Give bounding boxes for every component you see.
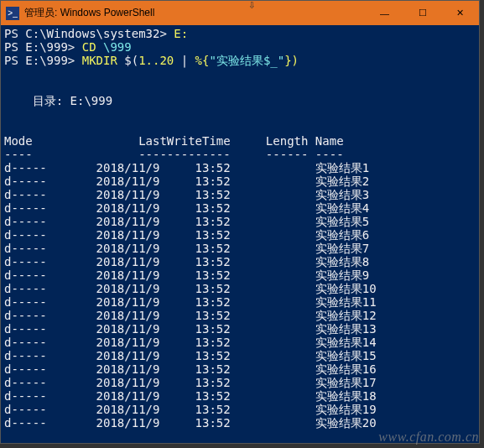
table-row: d----- 2018/11/9 13:52 实验结果2 (4, 175, 476, 188)
table-row: d----- 2018/11/9 13:52 实验结果17 (4, 376, 476, 389)
maximize-button[interactable]: ☐ (403, 1, 441, 25)
watermark-text: www.cfan.com.cn (378, 430, 479, 445)
table-row: d----- 2018/11/9 13:52 实验结果3 (4, 188, 476, 201)
cursor-arrow-icon: ⇩ (248, 0, 255, 11)
powershell-icon: >_ (6, 7, 19, 20)
minimize-button[interactable]: — (366, 1, 403, 25)
table-row: d----- 2018/11/9 13:52 实验结果16 (4, 362, 476, 376)
table-row: d----- 2018/11/9 13:52 实验结果12 (4, 309, 476, 322)
terminal-line: PS E:\999> CD \999 (4, 40, 476, 54)
table-underline: ---- ------------- ------ ---- (4, 148, 476, 161)
powershell-window: >_ 管理员: Windows PowerShell — ☐ ✕ PS C:\W… (0, 0, 480, 444)
table-row: d----- 2018/11/9 13:52 实验结果18 (4, 389, 476, 403)
table-row: d----- 2018/11/9 13:52 实验结果1 (4, 161, 476, 175)
terminal-line: PS E:\999> MKDIR $(1..20 | %{"实验结果$_"}) (4, 54, 476, 67)
table-row: d----- 2018/11/9 13:52 实验结果5 (4, 215, 476, 228)
table-row: d----- 2018/11/9 13:52 实验结果4 (4, 201, 476, 215)
terminal-area[interactable]: PS C:\Windows\system32> E:PS E:\999> CD … (1, 25, 479, 443)
table-row: d----- 2018/11/9 13:52 实验结果13 (4, 322, 476, 336)
terminal-line: PS C:\Windows\system32> E: (4, 27, 476, 40)
table-row: d----- 2018/11/9 13:52 实验结果7 (4, 242, 476, 255)
table-row: d----- 2018/11/9 13:52 实验结果9 (4, 268, 476, 282)
table-row: d----- 2018/11/9 13:52 实验结果15 (4, 349, 476, 362)
table-row: d----- 2018/11/9 13:52 实验结果20 (4, 416, 476, 430)
table-row: d----- 2018/11/9 13:52 实验结果8 (4, 255, 476, 268)
window-controls: — ☐ ✕ (366, 1, 479, 25)
table-row: d----- 2018/11/9 13:52 实验结果19 (4, 403, 476, 416)
close-button[interactable]: ✕ (441, 1, 479, 25)
table-row: d----- 2018/11/9 13:52 实验结果6 (4, 228, 476, 242)
table-row: d----- 2018/11/9 13:52 实验结果14 (4, 336, 476, 349)
titlebar[interactable]: >_ 管理员: Windows PowerShell — ☐ ✕ (1, 1, 479, 25)
table-row: d----- 2018/11/9 13:52 实验结果10 (4, 282, 476, 295)
dir-header: 目录: E:\999 (4, 94, 476, 107)
table-row: d----- 2018/11/9 13:52 实验结果11 (4, 295, 476, 309)
table-header: Mode LastWriteTime Length Name (4, 134, 476, 148)
window-title: 管理员: Windows PowerShell (24, 6, 366, 20)
